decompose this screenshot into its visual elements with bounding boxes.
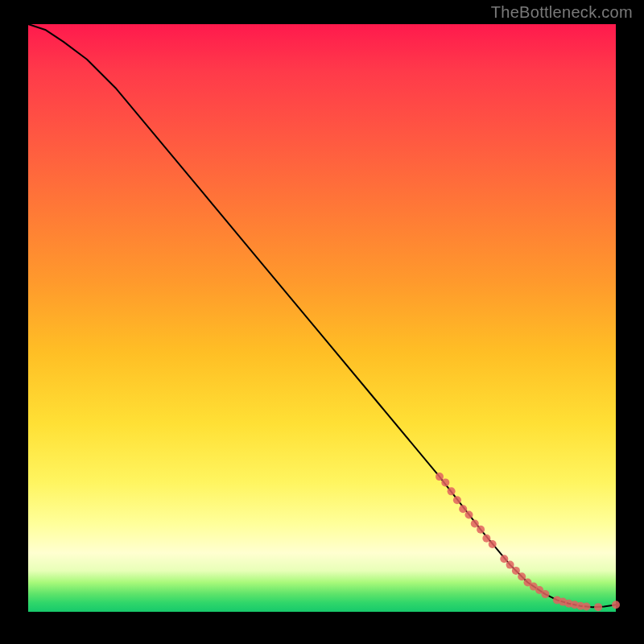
highlight-dot [465,511,473,519]
highlight-dot [448,487,456,495]
chart-frame: TheBottleneck.com [0,0,644,644]
highlight-dot [453,496,461,504]
highlight-dot [541,590,549,598]
plot-svg [28,24,616,612]
highlight-dot [583,602,591,610]
highlight-dot [489,540,497,548]
highlight-dot [512,567,520,575]
highlight-dot [477,526,485,534]
highlight-dot [436,473,444,481]
highlight-dot [612,601,620,609]
plot-area [28,24,616,612]
highlight-dot [471,520,479,528]
highlight-dot [459,505,467,513]
watermark-text: TheBottleneck.com [491,3,633,22]
highlight-dot [482,535,490,543]
highlight-dot [518,572,526,580]
highlight-dot [594,603,602,611]
curve-path [28,24,616,607]
highlight-dot [441,478,449,486]
highlight-dot [500,555,508,563]
highlight-dot [506,561,514,569]
